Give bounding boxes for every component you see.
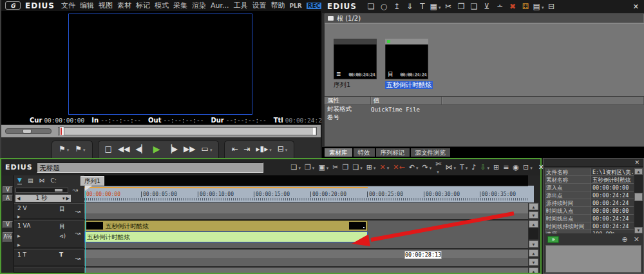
info-row-clipname[interactable]: 素材名称 五秒倒计时酷炫 xyxy=(545,176,634,184)
redo-icon[interactable]: ↷ xyxy=(420,164,433,171)
play-around-cursor-button[interactable]: ▸▮▸ xyxy=(256,145,272,153)
new-sequence-icon[interactable]: ❏ xyxy=(289,164,303,171)
info-row-filename[interactable]: 文件名称 E:\1资料区\美... xyxy=(545,168,634,176)
info-row-source-in[interactable]: 源入点 00:00:00:00 xyxy=(545,184,634,191)
patch-cable-icon[interactable]: ↝ xyxy=(68,186,82,193)
scale-right-arrow-icon[interactable]: ▶ xyxy=(66,196,70,201)
value-column-header[interactable]: 值 xyxy=(371,97,442,104)
add-to-bin-icon[interactable]: ⊞ xyxy=(365,164,378,171)
timeline-playhead-marker[interactable] xyxy=(85,186,92,191)
info-row-source-duration[interactable]: 源持续时间 00:00:24:24 xyxy=(545,199,634,207)
expander-icon[interactable]: ▶ xyxy=(17,233,21,238)
info-row-timeline-in[interactable]: 时间线入点 00:00:00:00 xyxy=(545,207,634,215)
rewind-button[interactable]: ◀◀ xyxy=(118,145,129,153)
scroll-up-button[interactable]: ▲ xyxy=(634,168,643,175)
property-row-format[interactable]: 封装格式 QuickTime File xyxy=(325,105,644,113)
voiceover-icon[interactable]: ♪ xyxy=(469,164,478,171)
tab-sequence-marker[interactable]: 序列标记 xyxy=(376,148,410,157)
scroll-thumb[interactable] xyxy=(634,193,643,201)
colorbars-icon[interactable]: ▦ xyxy=(429,3,442,10)
copy-icon[interactable]: ❐ xyxy=(455,3,468,10)
tab-effects[interactable]: 特效 xyxy=(354,148,375,157)
timeline-video-clip[interactable]: 五秒倒计时酷炫 xyxy=(84,220,368,231)
va-audio-patch-button[interactable]: A½ xyxy=(3,232,13,242)
create-title-icon[interactable]: T xyxy=(416,3,429,10)
clip-properties-icon[interactable]: ⚃ xyxy=(519,3,532,10)
info-row-timeline-out[interactable]: 时间线出点 00:00:24:24 xyxy=(545,215,634,222)
scale-dropdown-icon[interactable]: ▾ xyxy=(62,196,65,201)
send-to-timeline-icon[interactable]: ⊻ xyxy=(480,3,493,10)
info-close-button[interactable]: ✕ xyxy=(634,159,639,166)
paste-icon[interactable]: ❑ xyxy=(350,164,364,171)
video-mute-button[interactable]: V xyxy=(3,186,13,193)
track-down-button[interactable]: ▼ xyxy=(529,240,538,248)
add-effect-icon[interactable]: ⊕ xyxy=(622,236,628,243)
timeline-audio-clip[interactable]: 五秒倒计时酷炫 xyxy=(84,231,368,242)
capture-tools-icon[interactable]: ⊟ xyxy=(545,3,558,10)
menu-view[interactable]: 视图 xyxy=(99,1,113,10)
track-header-1t[interactable]: 1 T T ↝ xyxy=(14,250,84,266)
patch-cable-icon[interactable]: ↝ xyxy=(71,230,85,237)
previous-frame-button[interactable]: ◀▏ xyxy=(135,145,147,153)
zoom-slider-handle[interactable] xyxy=(55,189,62,191)
goto-in-button[interactable]: ⇤ xyxy=(231,145,238,153)
menu-aux[interactable]: Aur... xyxy=(211,1,229,10)
track-header-1va[interactable]: 1 VA 目 ▶ ⊲) ▶ ↝ xyxy=(14,220,84,248)
timeline-ruler[interactable]: 00:00:00:00 00:00:05:00 00:00:10:00 00:0… xyxy=(84,186,528,202)
cut-icon[interactable]: ✂ xyxy=(442,3,455,10)
bin-close-button[interactable]: ✕ xyxy=(633,3,639,11)
sequence-settings-icon[interactable]: ⊞ xyxy=(491,164,501,171)
goto-out-button[interactable]: ⇥ xyxy=(243,145,250,153)
menu-capture[interactable]: 采集 xyxy=(173,1,187,10)
track-up-button[interactable]: ▲ xyxy=(529,250,538,257)
bin-clip-video[interactable]: 目 00:00:24:24 五秒倒计时酷炫 xyxy=(385,39,428,89)
search-icon[interactable]: ○ xyxy=(377,3,390,10)
audio-mixer-icon[interactable]: ≡ xyxy=(501,164,511,171)
project-name-field[interactable]: 无标题 xyxy=(37,162,263,173)
play-button[interactable]: ▶ xyxy=(153,144,160,153)
speaker-icon[interactable]: ⊲) xyxy=(59,233,66,239)
scale-left-arrow-icon[interactable]: ◀ xyxy=(17,196,20,201)
menu-render[interactable]: 渲染 xyxy=(192,1,206,10)
timeline-playhead-line[interactable] xyxy=(85,186,86,273)
paste-icon[interactable]: ❑ xyxy=(468,3,480,10)
add-transition-icon[interactable]: ⋈ xyxy=(443,164,458,171)
bin-clip-sequence[interactable]: ≣ 00:00:24:24 序列1 xyxy=(334,39,377,89)
info-row-source-out[interactable]: 源出点 00:00:24:24 xyxy=(545,191,634,199)
info-row-speed[interactable]: 速度 100.00% xyxy=(545,230,634,233)
menu-edit[interactable]: 编辑 xyxy=(80,1,94,10)
expand-button[interactable]: » xyxy=(547,236,559,243)
bin-folder-path[interactable]: 根 (1/2) xyxy=(325,14,644,23)
track-up-button[interactable]: ▲ xyxy=(529,203,538,210)
undo-icon[interactable]: ↶ xyxy=(407,164,421,171)
sync-mode-icon[interactable]: ▼ xyxy=(17,177,22,184)
track-content-1t[interactable] xyxy=(84,250,528,266)
export-icon[interactable]: ⇩ xyxy=(478,164,491,171)
cut-icon[interactable]: ✂ xyxy=(330,164,340,171)
menu-tools[interactable]: 工具 xyxy=(234,1,248,10)
plr-mode-button[interactable]: PLR xyxy=(290,3,302,9)
track-up-button[interactable]: ▲ xyxy=(529,220,538,228)
track-down-button[interactable]: ▼ xyxy=(529,211,538,219)
track-header-2v[interactable]: 2 V 目 ▶ ↝ xyxy=(14,203,84,219)
patch-cable-icon[interactable]: ↝ xyxy=(71,208,85,215)
loop-playback-button[interactable]: ▭ xyxy=(202,145,213,153)
folder-icon[interactable]: ❏ xyxy=(365,3,377,10)
clear-effect-icon[interactable]: ✕ xyxy=(634,236,639,243)
add-cut-point-icon[interactable]: ✄ xyxy=(433,161,443,175)
time-scale-selector[interactable]: ◀ 1 秒 ▾ ▶ xyxy=(15,195,71,202)
scroll-down-button[interactable]: ▼ xyxy=(634,227,643,233)
track-up-button[interactable]: ▲ xyxy=(529,268,538,273)
import-icon[interactable]: ⇓ xyxy=(403,3,416,10)
add-at-playhead-icon[interactable]: ∸ xyxy=(493,3,506,10)
set-out-point-button[interactable]: ⚑ xyxy=(75,145,85,153)
clip-name-label-selected[interactable]: 五秒倒计时酷炫 xyxy=(385,81,433,89)
view-mode-icon[interactable]: ▤ xyxy=(532,3,545,10)
default-transition-icon[interactable]: ⋈ xyxy=(39,178,44,184)
fast-forward-button[interactable]: ▶▶ xyxy=(184,145,195,153)
menu-help[interactable]: 帮助 xyxy=(271,1,285,10)
next-frame-button[interactable]: ▕▶ xyxy=(166,145,178,153)
menu-mode[interactable]: 模式 xyxy=(155,1,169,10)
track-layout-icon[interactable]: ▤ xyxy=(28,178,33,184)
menu-settings[interactable]: 设置 xyxy=(252,1,267,10)
